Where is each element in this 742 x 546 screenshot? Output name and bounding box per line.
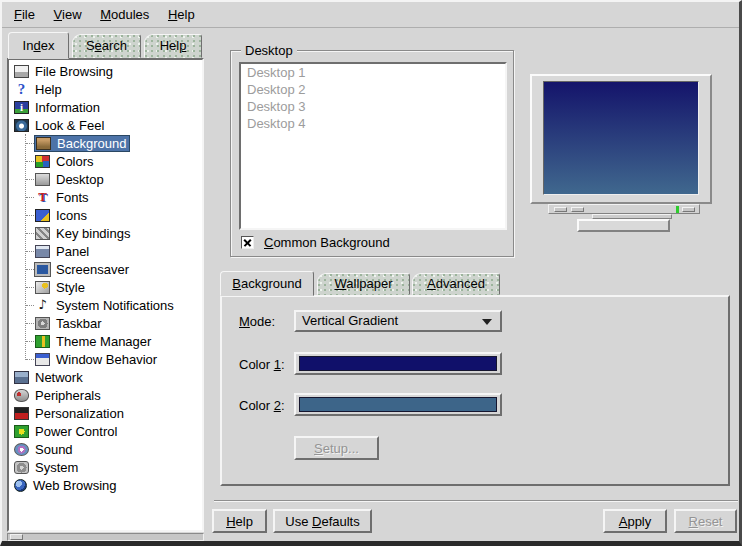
desktop-list-item: Desktop 3 xyxy=(241,98,505,115)
help-button[interactable]: Help xyxy=(212,509,267,533)
sidebar-item-label: Look & Feel xyxy=(35,118,104,133)
color1-swatch-fill xyxy=(299,356,497,371)
sidebar-item-desktop[interactable]: Desktop xyxy=(9,170,202,188)
monitor-bezel xyxy=(530,74,712,204)
window-behavior-icon xyxy=(35,353,50,366)
menu-file[interactable]: File xyxy=(8,2,41,27)
taskbar-icon xyxy=(35,317,50,330)
desktop-list-item: Desktop 1 xyxy=(241,64,505,81)
sidebar-item-taskbar[interactable]: Taskbar xyxy=(9,314,202,332)
sidebar-hscrollbar[interactable] xyxy=(7,533,204,541)
mode-select[interactable]: Vertical Gradient xyxy=(294,310,502,332)
sidebar-item-network[interactable]: Network xyxy=(9,368,202,386)
sidebar-item-look-feel[interactable]: Look & Feel xyxy=(9,116,202,134)
sidebar-item-label: Network xyxy=(35,370,83,385)
sidebar-item-label: Taskbar xyxy=(56,316,102,331)
kde-control-center-window: File View Modules Help Index Search Help… xyxy=(0,0,742,546)
setup-button: Setup... xyxy=(294,436,379,460)
sidebar-item-system-notifications[interactable]: System Notifications xyxy=(9,296,202,314)
sidebar-hscrollbar-thumb[interactable] xyxy=(10,534,23,540)
sidebar-item-panel[interactable]: Panel xyxy=(9,242,202,260)
sidebar-item-web-browsing[interactable]: Web Browsing xyxy=(9,476,202,494)
sidebar-tree[interactable]: File BrowsingHelpInformationLook & FeelB… xyxy=(7,58,204,532)
menu-modules[interactable]: Modules xyxy=(94,2,155,27)
monitor-button-1 xyxy=(554,207,567,212)
sidebar-item-screensaver[interactable]: Screensaver xyxy=(9,260,202,278)
sidebar-item-colors[interactable]: Colors xyxy=(9,152,202,170)
color2-swatch-fill xyxy=(299,397,497,412)
desktop-icon xyxy=(35,173,50,186)
common-background-checkbox[interactable] xyxy=(241,236,254,249)
settings-tab-background[interactable]: Background xyxy=(220,271,314,296)
apply-button[interactable]: Apply xyxy=(603,509,667,533)
mode-label: Mode: xyxy=(239,314,275,330)
icons-icon xyxy=(35,209,50,222)
sidebar-item-label: Background xyxy=(57,136,126,151)
mode-select-value: Vertical Gradient xyxy=(302,313,398,328)
sidebar-tab-index[interactable]: Index xyxy=(8,32,69,59)
monitor-preview xyxy=(530,74,712,234)
screensaver-icon xyxy=(35,263,50,276)
background-icon xyxy=(36,137,51,150)
common-background-row[interactable]: Common Background xyxy=(241,235,390,250)
sidebar-item-label: Panel xyxy=(56,244,89,259)
fonts-icon xyxy=(35,191,50,204)
menu-view[interactable]: View xyxy=(48,2,88,27)
sidebar-item-label: Colors xyxy=(56,154,94,169)
common-background-label: Common Background xyxy=(264,235,390,250)
settings-tab-wallpaper[interactable]: Wallpaper xyxy=(317,273,410,295)
monitor-button-2 xyxy=(571,207,584,212)
sidebar-item-sound[interactable]: Sound xyxy=(9,440,202,458)
sidebar-item-peripherals[interactable]: Peripherals xyxy=(9,386,202,404)
panel-icon xyxy=(35,245,50,258)
settings-tab-advanced[interactable]: Advanced xyxy=(412,273,500,295)
file-browsing-icon xyxy=(14,65,29,78)
sidebar-item-fonts[interactable]: Fonts xyxy=(9,188,202,206)
monitor-control-strip xyxy=(548,204,700,214)
personalization-icon xyxy=(14,407,29,420)
sidebar-item-icons[interactable]: Icons xyxy=(9,206,202,224)
sidebar-item-label: Help xyxy=(35,82,62,97)
sidebar-item-label: Fonts xyxy=(56,190,89,205)
sound-icon xyxy=(14,443,29,456)
sidebar-item-label: Screensaver xyxy=(56,262,129,277)
network-icon xyxy=(14,371,29,384)
color2-label: Color 2: xyxy=(239,398,285,414)
sidebar-item-label: File Browsing xyxy=(35,64,113,79)
sidebar-item-file-browsing[interactable]: File Browsing xyxy=(9,62,202,80)
desktop-groupbox-title: Desktop xyxy=(241,43,297,58)
sidebar-item-style[interactable]: Style xyxy=(9,278,202,296)
sidebar-item-personalization[interactable]: Personalization xyxy=(9,404,202,422)
use-defaults-button[interactable]: Use Defaults xyxy=(273,509,372,533)
background-settings-panel: Mode: Vertical Gradient Color 1: Color 2… xyxy=(220,295,730,486)
monitor-button-3 xyxy=(682,207,695,212)
color1-label: Color 1: xyxy=(239,357,285,373)
colors-icon xyxy=(35,155,50,168)
sidebar-item-background[interactable]: Background xyxy=(9,134,202,152)
menu-help[interactable]: Help xyxy=(162,2,201,27)
web-browsing-icon xyxy=(14,479,27,492)
sidebar-item-key-bindings[interactable]: Key bindings xyxy=(9,224,202,242)
sidebar-tab-help[interactable]: Help xyxy=(144,34,202,58)
desktop-listbox[interactable]: Desktop 1Desktop 2Desktop 3Desktop 4 xyxy=(239,62,507,230)
power-control-icon xyxy=(14,425,29,438)
information-icon xyxy=(14,101,29,114)
sidebar-item-help[interactable]: Help xyxy=(9,80,202,98)
sidebar-item-label: Theme Manager xyxy=(56,334,151,349)
sidebar-item-window-behavior[interactable]: Window Behavior xyxy=(9,350,202,368)
sidebar-item-information[interactable]: Information xyxy=(9,98,202,116)
sidebar-item-label: Key bindings xyxy=(56,226,130,241)
sidebar-item-system[interactable]: System xyxy=(9,458,202,476)
sidebar-item-power-control[interactable]: Power Control xyxy=(9,422,202,440)
sidebar-item-label: Web Browsing xyxy=(33,478,117,493)
peripherals-icon xyxy=(14,389,29,402)
monitor-base xyxy=(577,219,670,232)
sidebar-item-theme-manager[interactable]: Theme Manager xyxy=(9,332,202,350)
monitor-power-led xyxy=(676,206,679,213)
sidebar-tab-search[interactable]: Search xyxy=(72,34,141,58)
sidebar-item-label: System xyxy=(35,460,78,475)
color1-button[interactable] xyxy=(294,352,502,375)
color2-button[interactable] xyxy=(294,393,502,416)
sidebar-item-label: Personalization xyxy=(35,406,124,421)
sidebar-item-label: Power Control xyxy=(35,424,117,439)
